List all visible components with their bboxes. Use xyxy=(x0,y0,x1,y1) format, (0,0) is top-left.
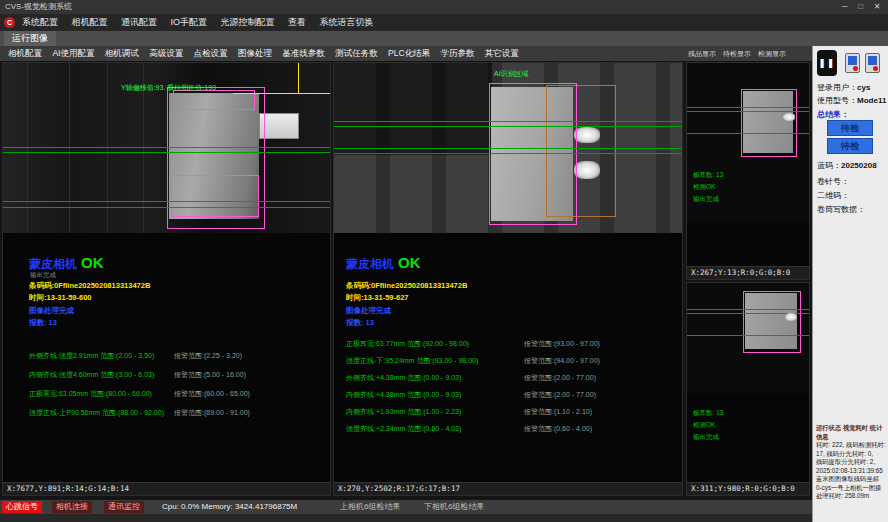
app-window: CVS-视觉检测系统 ─ □ ✕ C 系统配置 相机配置 通讯配置 IO手配置 … xyxy=(0,0,888,522)
tab-run-image[interactable]: 运行图像 xyxy=(4,31,56,46)
barcode-text: 条码码:0Ffiine2025020813313472B xyxy=(346,281,467,291)
camera-view-small-top[interactable]: 极耳数: 13 检测OK 输出完成 X:267;Y:13;R:0;G:0;B:0 xyxy=(686,62,810,280)
tab-connector-region xyxy=(259,113,299,139)
result-box-2[interactable]: 待检 xyxy=(827,138,873,154)
model-label: 使用型号： xyxy=(817,96,857,105)
measurement-row: 外侧齐线:+4.38mm 范围:(0.00 - 9.03) 报警范围:(2.00… xyxy=(346,373,678,385)
alarm-range-text: 报警范围:(2.00 - 77.00) xyxy=(524,373,596,383)
menu-system-config[interactable]: 系统配置 xyxy=(22,14,58,31)
tb-baseline-params[interactable]: 基准线参数 xyxy=(282,46,325,61)
panel-barcode-label: 蓝码： xyxy=(817,161,841,170)
camera-image-small-bottom[interactable] xyxy=(687,283,809,393)
menu-light-config[interactable]: 光源控制配置 xyxy=(221,14,275,31)
alarm-range-text: 报警范围:(89.00 - 91.00) xyxy=(174,408,250,418)
tb-spot-check[interactable]: 点检设置 xyxy=(194,46,228,61)
menu-camera-config[interactable]: 相机配置 xyxy=(72,14,108,31)
window-close-icon[interactable]: ✕ xyxy=(870,0,884,14)
alarm-range-text: 报警范围:(94.00 - 97.00) xyxy=(524,356,600,366)
small-view-info: 输出完成 xyxy=(693,433,719,442)
window-minimize-icon[interactable]: ─ xyxy=(838,0,852,14)
camera-result-title: 蒙皮相机OK xyxy=(346,254,421,273)
camera-link-indicator: 相机连接 xyxy=(52,501,92,513)
model-value: Mode11 xyxy=(857,96,886,105)
time-text: 时间:13-31-59-627 xyxy=(346,293,409,303)
menu-view[interactable]: 查看 xyxy=(288,14,306,31)
camera-view-left[interactable]: Y轴偏移值:93. 极柱间距值:193 蒙皮相机OK 输出完成 条码码:0Ffi… xyxy=(2,62,331,496)
tb-other-settings[interactable]: 其它设置 xyxy=(485,46,519,61)
measurement-text: 外侧齐线:+4.38mm 范围:(0.00 - 9.03) xyxy=(346,374,461,381)
overlay-measure-line xyxy=(687,335,809,336)
tb-plc-result[interactable]: PLC化结果 xyxy=(388,46,430,61)
count-text: 报数: 13 xyxy=(29,318,57,328)
measurement-text: 正极置宽:63.05mm 范围:(80.00 - 66.00) xyxy=(29,390,152,397)
label-defect-display[interactable]: 残品显示 xyxy=(688,50,716,57)
tb-image-process[interactable]: 图像处理 xyxy=(238,46,272,61)
tb-advanced-settings[interactable]: 高级设置 xyxy=(149,46,183,61)
pause-button[interactable]: ❚❚ xyxy=(817,50,837,76)
panel-barcode-value: 20250208 xyxy=(841,161,877,170)
alarm-range-text: 报警范围:(2.25 - 3.20) xyxy=(174,351,242,361)
ai-region-text: AI识别区域 xyxy=(494,69,529,79)
camera-image-right[interactable]: AI识别区域 xyxy=(334,63,682,233)
tb-history-params[interactable]: 学历参数 xyxy=(440,46,474,61)
menu-language-switch[interactable]: 系统语言切换 xyxy=(320,14,374,31)
overlay-measure-line xyxy=(3,207,330,208)
roi-offset-text: Y轴偏移值:93. 极柱间距值:193 xyxy=(121,83,216,93)
tb-camera-config[interactable]: 相机配置 xyxy=(8,46,42,61)
alarm-range-text: 报警范围:(0.60 - 4.00) xyxy=(524,424,592,434)
record-dot-icon xyxy=(853,66,858,71)
camera-image-left[interactable]: Y轴偏移值:93. 极柱间距值:193 xyxy=(3,63,330,233)
image-shadow-region xyxy=(334,63,492,155)
barcode-text: 条码码:0Ffiine2025020813313472B xyxy=(29,281,150,291)
stats-line: 处理耗时: 258.09m xyxy=(816,492,887,501)
measurement-row: 内侧齐线:强度4.60mm 范围:(3.00 - 6.03) 报警范围:(5.0… xyxy=(29,370,326,382)
lower-camera-result-status: 下相机6组检结果 xyxy=(424,501,484,513)
result-box-1[interactable]: 待检 xyxy=(827,120,873,136)
tb-test-tasks[interactable]: 测试任务数 xyxy=(335,46,378,61)
measurement-row: 强度齐线:+2.34mm 范围:(0.60 - 4.03) 报警范围:(0.60… xyxy=(346,424,678,436)
overlay-measure-line xyxy=(3,152,330,153)
main-content: Y轴偏移值:93. 极柱间距值:193 蒙皮相机OK 输出完成 条码码:0Ffi… xyxy=(0,61,812,500)
label-detect-display[interactable]: 检测显示 xyxy=(758,50,786,57)
measurement-row: 强度正线-上P90.56mm 范围:(88.00 - 92.00) 报警范围:(… xyxy=(29,408,326,420)
login-user-row: 登录用户：cys xyxy=(817,82,870,93)
measurement-row: 内侧齐线:+1.93mm 范围:(1.00 - 2.23) 报警范围:(1.10… xyxy=(346,407,678,419)
overlay-measure-line xyxy=(687,133,809,134)
menu-items: 系统配置 相机配置 通讯配置 IO手配置 光源控制配置 查看 系统语言切换 xyxy=(22,14,385,31)
menu-bar: C 系统配置 相机配置 通讯配置 IO手配置 光源控制配置 查看 系统语言切换 xyxy=(0,14,888,31)
small-view-info: 极耳数: 13 xyxy=(693,171,723,180)
label-pending-display[interactable]: 待检显示 xyxy=(723,50,751,57)
camera-monitor-1-icon[interactable] xyxy=(845,53,860,73)
overlay-measure-line xyxy=(334,148,682,149)
stats-line: 0-cys一号上相机一图摄 xyxy=(816,484,887,493)
measurement-row: 正极耳宽:63.77mm 范围:(92.00 - 98.00) 报警范围:(93… xyxy=(346,339,678,351)
weld-highlight xyxy=(783,113,795,121)
measurement-text: 内侧齐线:+1.93mm 范围:(1.00 - 2.23) xyxy=(346,408,461,415)
overlay-measure-line xyxy=(334,153,682,154)
result-ok-label: OK xyxy=(81,254,104,271)
overlay-measure-line xyxy=(687,107,809,108)
small-view-info: 极耳数: 13 xyxy=(693,409,723,418)
measurement-text: 强度齐线:+2.34mm 范围:(0.60 - 4.03) xyxy=(346,425,461,432)
heartbeat-indicator: 心跳信号 xyxy=(2,501,42,513)
model-row: 使用型号：Mode11 xyxy=(817,95,886,106)
menu-io-config[interactable]: IO手配置 xyxy=(171,14,208,31)
window-maximize-icon[interactable]: □ xyxy=(854,0,868,14)
comm-monitor-indicator: 通讯监控 xyxy=(104,501,144,513)
tb-ai-config[interactable]: AI使用配置 xyxy=(52,46,94,61)
camera-view-small-bottom[interactable]: 极耳数: 13 检测OK 输出完成 X:311;Y:980;R:0;G:0;B:… xyxy=(686,282,810,496)
pixel-coords-left: X:7677,Y:891;R:14;G:14;B:14 xyxy=(3,482,330,495)
title-bar: CVS-视觉检测系统 ─ □ ✕ xyxy=(0,0,888,14)
alarm-range-text: 报警范围:(2.00 - 77.00) xyxy=(524,390,596,400)
measurement-row: 正极置宽:63.05mm 范围:(80.00 - 66.00) 报警范围:(60… xyxy=(29,389,326,401)
camera-view-right[interactable]: AI识别区域 蒙皮相机OK 条码码:0Ffiine202502081331347… xyxy=(333,62,683,496)
camera-monitor-2-icon[interactable] xyxy=(865,53,880,73)
tb-camera-debug[interactable]: 相机调试 xyxy=(105,46,139,61)
overlay-roi-rect xyxy=(171,175,259,217)
record-dot-icon xyxy=(873,66,878,71)
measurement-text: 外侧齐线:强度2.91mm 范围:(2.00 - 3.50) xyxy=(29,352,154,359)
menu-comm-config[interactable]: 通讯配置 xyxy=(121,14,157,31)
alarm-range-text: 报警范围:(5.00 - 16.00) xyxy=(174,370,246,380)
alarm-range-text: 报警范围:(1.10 - 2.10) xyxy=(524,407,592,417)
overlay-roi-rect xyxy=(741,89,797,157)
